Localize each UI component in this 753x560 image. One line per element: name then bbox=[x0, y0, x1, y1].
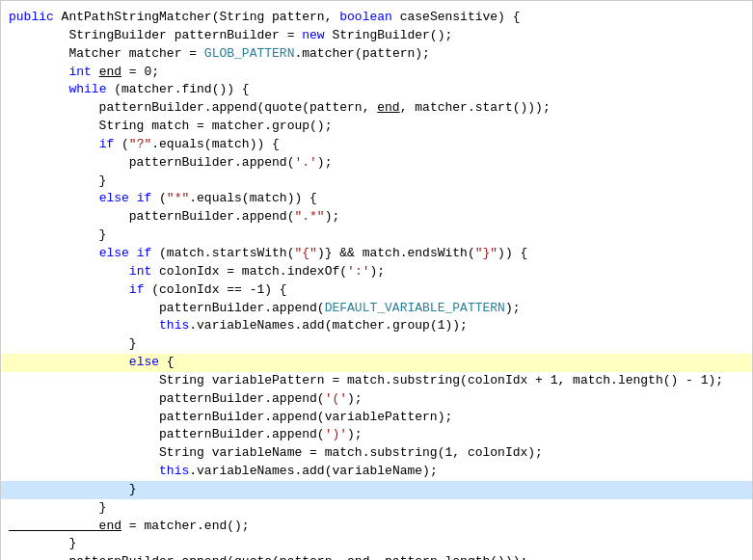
keyword: else bbox=[129, 355, 159, 369]
code-line: } bbox=[1, 499, 752, 518]
string-literal: "{" bbox=[294, 246, 316, 260]
code-text: ); bbox=[347, 391, 363, 406]
code-text: patternBuilder.append(variablePattern); bbox=[9, 410, 452, 424]
code-text: } bbox=[9, 482, 137, 496]
code-line: String match = matcher.group(); bbox=[1, 118, 752, 136]
code-line: Matcher matcher = GLOB_PATTERN.matcher(p… bbox=[1, 45, 752, 64]
code-line: this.variableNames.add(matcher.group(1))… bbox=[1, 317, 752, 335]
constant: GLOB_PATTERN bbox=[204, 46, 295, 61]
code-line: } bbox=[1, 535, 752, 553]
code-text: , matcher.start())); bbox=[400, 100, 551, 115]
code-text bbox=[9, 65, 68, 79]
code-text: ); bbox=[369, 264, 385, 279]
code-text: (colonIdx == -1) { bbox=[144, 282, 286, 297]
string-literal: ':' bbox=[347, 264, 369, 279]
underlined-var: end bbox=[9, 519, 121, 533]
code-line: patternBuilder.append('('); bbox=[1, 390, 752, 409]
code-text: String variableName = match.substring(1,… bbox=[9, 445, 543, 460]
code-line: end = matcher.end(); bbox=[1, 518, 752, 536]
code-text: ); bbox=[317, 155, 333, 170]
code-line: else { bbox=[1, 354, 752, 372]
code-line: String variablePattern = match.substring… bbox=[1, 372, 752, 390]
keyword: this bbox=[159, 318, 189, 333]
string-literal: "}" bbox=[475, 246, 498, 260]
code-text: StringBuilder patternBuilder = bbox=[9, 28, 302, 42]
code-text: = 0; bbox=[121, 65, 159, 79]
code-text: )} && match.endsWith( bbox=[317, 246, 475, 260]
code-text: .matcher(pattern); bbox=[294, 46, 429, 61]
string-literal: ".*" bbox=[294, 209, 324, 224]
keyword: if bbox=[129, 282, 145, 297]
code-text: colonIdx = match.indexOf( bbox=[151, 264, 347, 279]
keyword: public bbox=[9, 10, 54, 24]
code-line: patternBuilder.append(quote(pattern, end… bbox=[1, 99, 752, 118]
code-text: (match.startsWith( bbox=[151, 246, 294, 260]
code-text: AntPathStringMatcher(String pattern, bbox=[54, 10, 339, 24]
code-text: } bbox=[9, 173, 106, 188]
code-line: patternBuilder.append(".*"); bbox=[1, 208, 752, 227]
code-text: patternBuilder.append( bbox=[9, 391, 325, 406]
keyword: this bbox=[159, 464, 189, 478]
code-text: caseSensitive) { bbox=[392, 10, 521, 24]
code-text: patternBuilder.append( bbox=[9, 155, 294, 170]
code-text: ( bbox=[151, 191, 167, 205]
code-text: .variableNames.add(matcher.group(1)); bbox=[189, 318, 468, 333]
code-line: patternBuilder.append(DEFAULT_VARIABLE_P… bbox=[1, 300, 752, 318]
code-line: this.variableNames.add(variableName); bbox=[1, 463, 752, 481]
code-text bbox=[9, 464, 159, 478]
code-text: String variablePattern = match.substring… bbox=[9, 373, 723, 387]
code-text bbox=[9, 82, 68, 96]
code-text bbox=[9, 355, 129, 369]
code-text: { bbox=[159, 355, 175, 369]
code-text bbox=[9, 282, 129, 297]
code-text bbox=[9, 191, 99, 205]
keyword: while bbox=[68, 82, 106, 96]
string-literal: ')' bbox=[325, 427, 347, 441]
code-line: patternBuilder.append(quote(pattern, end… bbox=[1, 553, 752, 560]
code-text: patternBuilder.append(quote(pattern, bbox=[9, 100, 377, 115]
keyword: else if bbox=[99, 246, 152, 260]
code-text: .equals(match)) { bbox=[151, 137, 280, 151]
code-text: ); bbox=[325, 209, 340, 224]
keyword: int bbox=[68, 65, 91, 79]
code-line: int end = 0; bbox=[1, 64, 752, 82]
code-text: ); bbox=[347, 427, 363, 441]
keyword: if bbox=[99, 137, 115, 151]
code-text bbox=[9, 246, 99, 260]
code-line: } bbox=[1, 335, 752, 354]
string-literal: "*" bbox=[167, 191, 189, 205]
code-text: (matcher.find()) { bbox=[106, 82, 249, 96]
keyword: boolean bbox=[339, 10, 392, 24]
code-text: .equals(match)) { bbox=[189, 191, 317, 205]
code-line: while (matcher.find()) { bbox=[1, 81, 752, 99]
code-text: ); bbox=[505, 301, 521, 315]
code-text: , pattern.length())); bbox=[369, 554, 527, 560]
code-text: } bbox=[9, 336, 137, 351]
code-editor: public AntPathStringMatcher(String patte… bbox=[0, 0, 753, 560]
code-text: Matcher matcher = bbox=[9, 46, 204, 61]
code-line: } bbox=[1, 173, 752, 191]
code-line: else if ("*".equals(match)) { bbox=[1, 190, 752, 208]
underlined-var: end bbox=[99, 65, 121, 79]
code-text: } bbox=[9, 227, 106, 242]
code-line: patternBuilder.append('.'); bbox=[1, 154, 752, 173]
keyword: else if bbox=[99, 191, 152, 205]
code-line: StringBuilder patternBuilder = new Strin… bbox=[1, 27, 752, 45]
string-literal: '(' bbox=[325, 391, 347, 406]
code-text: .variableNames.add(variableName); bbox=[189, 464, 437, 478]
code-text: patternBuilder.append(quote(pattern, bbox=[9, 554, 347, 560]
code-text bbox=[9, 264, 129, 279]
code-text: StringBuilder(); bbox=[325, 28, 453, 42]
code-text: String match = matcher.group(); bbox=[9, 119, 332, 133]
code-line: else if (match.startsWith("{")} && match… bbox=[1, 245, 752, 263]
code-text bbox=[92, 65, 99, 79]
code-line: patternBuilder.append(variablePattern); bbox=[1, 409, 752, 427]
code-line: int colonIdx = match.indexOf(':'); bbox=[1, 263, 752, 281]
code-text: } bbox=[9, 500, 106, 515]
underlined-var: end bbox=[377, 100, 399, 115]
code-text: = matcher.end(); bbox=[121, 519, 250, 533]
code-line: patternBuilder.append(')'); bbox=[1, 426, 752, 444]
underlined-var: end bbox=[347, 554, 369, 560]
code-text: ( bbox=[114, 137, 129, 151]
code-text: patternBuilder.append( bbox=[9, 209, 294, 224]
